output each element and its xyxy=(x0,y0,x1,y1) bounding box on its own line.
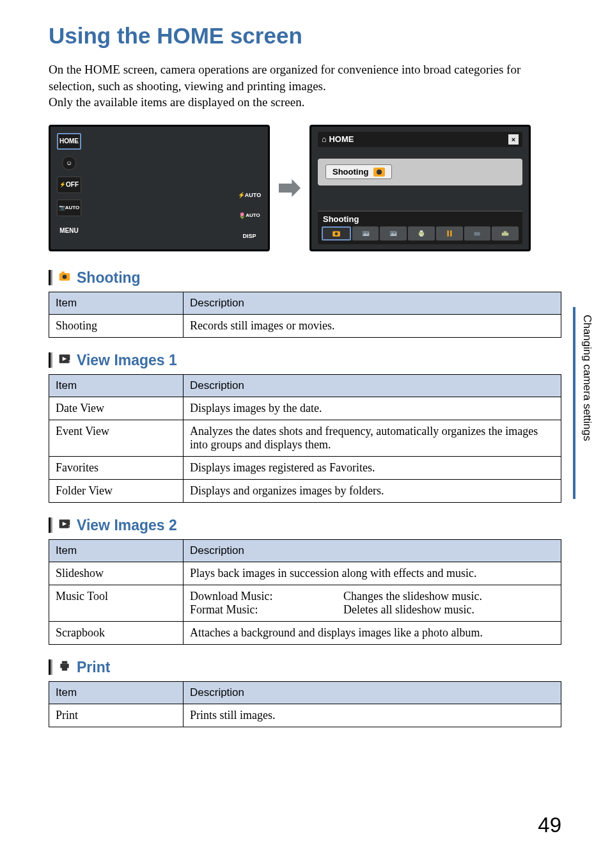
cell-item: Shooting xyxy=(49,314,184,337)
music-format-label: Format Music: xyxy=(190,603,292,617)
cell-item: Event View xyxy=(49,420,184,456)
lcd-left-column: HOME ☺ ⚡OFF 📷AUTO MENU xyxy=(57,133,81,239)
tab-settings-1[interactable] xyxy=(464,226,491,241)
table-row: Event ViewAnalyzes the dates shots and f… xyxy=(49,420,561,456)
table-row: ScrapbookAttaches a background and displ… xyxy=(49,621,561,644)
tab-view-2[interactable] xyxy=(380,226,407,241)
home-main-panel: Shooting xyxy=(318,159,522,185)
svg-point-1 xyxy=(335,232,338,235)
svg-rect-23 xyxy=(60,664,68,668)
section-view-1-title: View Images 1 xyxy=(77,352,177,369)
intro-paragraph: On the HOME screen, camera operations ar… xyxy=(49,61,561,111)
section-view-2-head: 2 View Images 2 xyxy=(49,517,561,534)
menu-button[interactable]: MENU xyxy=(57,223,81,239)
home-bottom-bar: Shooting xyxy=(318,210,522,244)
svg-rect-12 xyxy=(502,233,509,236)
cell-desc: Analyzes the dates shots and frequency, … xyxy=(184,420,561,456)
table-row: Date ViewDisplays images by the date. xyxy=(49,397,561,420)
macro-auto-button[interactable]: 🌷AUTO xyxy=(239,209,260,223)
tab-print[interactable] xyxy=(408,226,435,241)
svg-rect-24 xyxy=(62,661,67,664)
music-download-label: Download Music: xyxy=(190,590,292,603)
page-number: 49 xyxy=(538,813,561,837)
cell-item: Folder View xyxy=(49,479,184,502)
view-1-table: Item Description Date ViewDisplays image… xyxy=(49,374,561,503)
cell-desc: Displays images by the date. xyxy=(184,397,561,420)
zauto-label: AUTO xyxy=(245,192,261,198)
shooting-tile-button[interactable]: Shooting xyxy=(325,164,392,179)
auto-label: AUTO xyxy=(65,205,80,210)
lcd-right-column-buttons: ⚡AUTO 🌷AUTO DISP xyxy=(239,188,260,243)
table-row: Music Tool Download Music: Format Music:… xyxy=(49,585,561,621)
section-view-1-head: 1 View Images 1 xyxy=(49,352,561,369)
table-row: SlideshowPlays back images in succession… xyxy=(49,562,561,585)
cell-item: Music Tool xyxy=(49,585,184,621)
svg-rect-13 xyxy=(504,231,507,232)
camera-lcd-left: HOME ☺ ⚡OFF 📷AUTO MENU ⚡AUTO 🌷AUTO DISP xyxy=(49,125,270,251)
arrow-icon xyxy=(279,179,301,197)
tab-settings-2[interactable] xyxy=(492,226,519,241)
cell-desc: Attaches a background and displays image… xyxy=(184,621,561,644)
table-header-row: Item Description xyxy=(49,681,561,704)
cell-desc: Displays and organizes images by folders… xyxy=(184,479,561,502)
home-bottom-label: Shooting xyxy=(318,212,522,225)
camera-section-icon xyxy=(58,270,72,285)
print-table: Item Description PrintPrints still image… xyxy=(49,681,561,727)
home-bar: ⌂ HOME × xyxy=(318,132,522,147)
tab-manage[interactable] xyxy=(436,226,463,241)
disp-button[interactable]: DISP xyxy=(239,229,260,243)
tab-shooting[interactable] xyxy=(322,226,351,241)
cell-item: Scrapbook xyxy=(49,621,184,644)
shooting-tile-label: Shooting xyxy=(332,167,368,177)
section-bar-icon xyxy=(49,270,52,285)
table-row: Shooting Records still images or movies. xyxy=(49,314,561,337)
screenshots-row: HOME ☺ ⚡OFF 📷AUTO MENU ⚡AUTO 🌷AUTO DISP … xyxy=(49,125,561,251)
side-chapter-label: Changing camera settings xyxy=(581,315,593,441)
playback-1-icon: 1 xyxy=(58,352,72,368)
music-download-desc: Changes the slideshow music. xyxy=(343,590,482,603)
th-description: Description xyxy=(184,292,561,314)
table-row: Folder ViewDisplays and organizes images… xyxy=(49,479,561,502)
section-shooting-title: Shooting xyxy=(77,269,141,287)
svg-rect-25 xyxy=(62,668,67,671)
section-print-title: Print xyxy=(77,659,110,676)
cell-item: Slideshow xyxy=(49,562,184,585)
th-description: Description xyxy=(184,681,561,704)
th-item: Item xyxy=(49,539,184,562)
cell-desc: Displays images registered as Favorites. xyxy=(184,456,561,479)
cell-item: Print xyxy=(49,704,184,727)
intro-line-1: On the HOME screen, camera operations ar… xyxy=(49,63,520,109)
table-row: PrintPrints still images. xyxy=(49,704,561,727)
section-bar-icon xyxy=(49,352,52,368)
svg-rect-16 xyxy=(61,272,65,274)
tab-view-1[interactable] xyxy=(352,226,379,241)
camera-auto-button[interactable]: 📷AUTO xyxy=(57,200,81,216)
section-print-head: Print xyxy=(49,659,561,676)
home-bar-label: ⌂ HOME xyxy=(322,134,354,144)
section-shooting: Shooting Item Description Shooting Recor… xyxy=(49,269,561,338)
flash-off-button[interactable]: ⚡OFF xyxy=(57,177,81,193)
side-indicator-bar xyxy=(573,307,575,499)
close-icon[interactable]: × xyxy=(508,134,519,145)
smile-icon[interactable]: ☺ xyxy=(62,156,76,170)
home-tabs-row xyxy=(318,225,522,244)
table-header-row: Item Description xyxy=(49,374,561,397)
th-description: Description xyxy=(184,539,561,562)
flash-auto-button[interactable]: ⚡AUTO xyxy=(239,188,260,202)
section-bar-icon xyxy=(49,517,52,533)
home-button[interactable]: HOME xyxy=(57,133,81,150)
section-view-2: 2 View Images 2 Item Description Slidesh… xyxy=(49,517,561,645)
camera-icon xyxy=(373,168,385,177)
svg-text:2: 2 xyxy=(68,524,71,530)
section-bar-icon xyxy=(49,659,52,675)
flashauto-label: AUTO xyxy=(246,212,260,218)
playback-2-icon: 2 xyxy=(58,517,72,533)
th-item: Item xyxy=(49,292,184,314)
off-label: OFF xyxy=(66,181,79,188)
section-shooting-head: Shooting xyxy=(49,269,561,287)
music-format-desc: Deletes all slideshow music. xyxy=(343,603,482,617)
cell-item: Date View xyxy=(49,397,184,420)
section-view-1: 1 View Images 1 Item Description Date Vi… xyxy=(49,352,561,503)
table-row: FavoritesDisplays images registered as F… xyxy=(49,456,561,479)
th-item: Item xyxy=(49,681,184,704)
